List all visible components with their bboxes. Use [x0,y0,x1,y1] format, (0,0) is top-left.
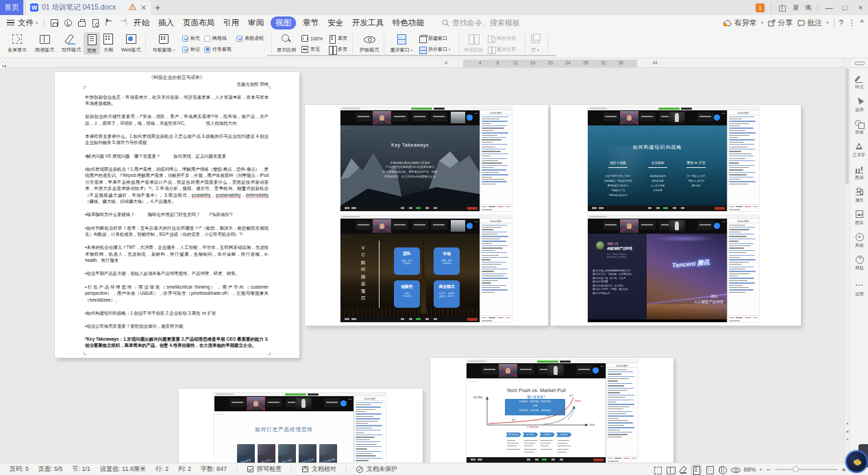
toolbar-icon[interactable] [599,207,604,209]
zoom-out-button[interactable]: − [766,465,770,474]
more-options-button[interactable]: ⋮ [848,19,856,27]
meeting-apps-button[interactable] [714,114,720,121]
toolbar-icon[interactable] [471,459,475,461]
document-page-1[interactable]: 《科技企业的创立与成长》北极光创投 邓锋中国创新创业生态：市场需求大，政策支持创… [55,72,299,358]
ribbon-button-阅读版式[interactable]: 阅读版式 [32,32,58,53]
share-screen-button[interactable] [542,459,547,461]
sidebar-item-选择[interactable]: 选择 [850,97,868,113]
embedded-screenshot-C[interactable]: ▪▪▪ ▪ ▪如何构建组织和战略创业 ≠ 创意创业不是有个好点子就行关键靠建立一… [588,107,759,211]
chat-messages[interactable] [354,401,386,463]
close-tab-icon[interactable]: ✕ [140,4,147,12]
embedded-screenshot-B[interactable]: ▪▪▪ ▪ ▪VC如何挑选项目团队经验、能力价值观市场规模、成长竞争格局创新性壁… [340,215,512,322]
ribbon-button-大纲[interactable]: 大纲 [100,32,116,53]
view-page-mode-button[interactable] [692,465,701,474]
end-meeting-button[interactable] [467,318,478,321]
status-field-2[interactable]: 页面: 5/5 [38,465,63,474]
toolbar-icon[interactable] [648,207,652,209]
user-avatar[interactable]: 夏 [793,3,799,12]
sync-warning-icon[interactable] [129,3,136,12]
stop-share-button[interactable] [308,393,319,396]
ribbon-button-多页[interactable]: 多页 [328,45,347,53]
toolbar-icon[interactable] [673,207,676,209]
embedded-screenshot-E[interactable]: ▪▪▪ ▪ ▪如何打造产品经理思维商业嗅觉用户导向用户体验排序与取舍宏观与微观兼… [214,393,386,463]
ribbon-button-重排窗口[interactable]: 重排窗口 ▾ [388,32,415,53]
zoom-level[interactable]: 68%▾ [744,466,762,473]
wps-assistant-button[interactable] [845,450,868,473]
chat-input-placeholder[interactable] [729,209,740,210]
close-window-button[interactable]: × [856,3,865,12]
ribbon-button-宏[interactable]: 宏 ▾ [528,32,543,53]
document-page-3[interactable]: ▪▪▪ ▪ ▪如何构建组织和战略创业 ≠ 创意创业不是有个好点子就行关键靠建立一… [551,105,801,326]
ribbon-button-新建窗口[interactable]: 新建窗口 [419,34,447,42]
stop-share-button[interactable] [681,108,692,110]
chat-messages[interactable] [728,223,759,315]
scrollbar-thumb[interactable] [845,68,849,184]
ribbon-button-显示比例[interactable]: 显示比例 [274,32,299,53]
eye-protection-button[interactable] [731,465,740,474]
share-screen-button[interactable] [416,207,421,209]
toolbar-icon[interactable] [478,459,482,461]
menu-tab-审阅[interactable]: 审阅 [246,16,266,29]
ribbon-toggle-网格线[interactable]: 网格线 [204,34,227,42]
zoom-slider-knob[interactable] [793,466,799,472]
sidebar-item-样式[interactable]: 样式 [850,74,868,90]
help-button[interactable]: ? [839,19,843,27]
menu-tab-章节[interactable]: 章节 [301,16,321,29]
sidebar-collapse-handle[interactable] [850,58,868,68]
view-write-mode-button[interactable] [679,465,688,474]
toolbar-icon[interactable] [351,318,356,320]
embedded-screenshot-F[interactable]: ▪▪▪ ▪ ▪Tech Push vs. Market Pull哪个更重要?5%… [467,360,638,463]
sidebar-item-风格[interactable]: 风格 [850,232,868,249]
menu-tab-开发工具[interactable]: 开发工具 [350,16,386,29]
ribbon-button-护眼模式[interactable]: 护眼模式 [357,32,382,53]
status-文档校对[interactable]: 文档校对 [301,465,336,474]
toolbar-icon[interactable] [527,459,530,461]
ribbon-button-页宽[interactable]: 页宽 [301,45,320,53]
chat-input-area[interactable] [480,315,512,322]
标记-checkbox[interactable] [182,47,188,53]
maximize-button[interactable]: □ [840,3,850,12]
toolbar-icon[interactable] [345,318,349,320]
end-meeting-button[interactable] [467,207,478,210]
toolbar-icon[interactable] [409,207,412,209]
toolbar-icon[interactable] [434,318,437,320]
menu-tab-引用[interactable]: 引用 [221,16,241,29]
chat-input-area[interactable] [728,315,759,322]
sidebar-item-帮助[interactable]: 帮助 [850,255,868,271]
hamburger-menu-icon[interactable] [7,20,14,25]
collapse-ribbon-button[interactable]: ^ [860,19,864,27]
page1-text-body[interactable]: 《科技企业的创立与成长》北极光创投 邓锋中国创新创业生态：市场需求大，政策支持创… [85,74,269,349]
sidebar-item-属性[interactable]: 属性 [850,187,868,204]
表格虚框-checkbox[interactable] [236,36,243,42]
ribbon-button-写作模式[interactable]: 写作模式 [58,32,84,53]
embedded-screenshot-A[interactable]: ▪▪▪ ▪ ▪Key Takeaways发现问题比解决问题能力更重要产品经理思维… [340,107,512,211]
任务窗格-checkbox[interactable] [204,47,210,53]
chat-messages[interactable] [480,223,512,315]
meeting-apps-button[interactable] [340,400,347,406]
chat-messages[interactable] [606,368,638,456]
ribbon-toggle-标尺[interactable]: 标尺 [182,34,200,42]
menu-tab-页面布局[interactable]: 页面布局 [181,16,216,29]
toolbar-icon[interactable] [345,207,349,209]
skin-center-icon[interactable]: 佩 [805,3,811,12]
export-pdf-button[interactable] [64,19,73,27]
chat-input-placeholder[interactable] [608,461,619,462]
menu-tab-特色功能[interactable]: 特色功能 [390,16,426,29]
chat-input-placeholder[interactable] [729,320,740,321]
menu-tab-开始[interactable]: 开始 [132,16,151,29]
command-search[interactable]: 查找命令、搜索模板 [442,15,520,30]
meeting-apps-button[interactable] [467,223,473,229]
toolbar-icon[interactable] [535,459,538,461]
ribbon-button-100%[interactable]: 100% [301,34,323,42]
ribbon-toggle-表格虚框[interactable]: 表格虚框 [236,34,264,42]
toolbar-icon[interactable] [409,318,412,320]
view-read-layout-button[interactable] [666,465,675,474]
status-field-1[interactable]: 页码: 5 [10,465,29,474]
ribbon-button-导航窗格[interactable]: 导航窗格 ▾ [150,32,177,53]
sidebar-item-设置[interactable]: 设置 [850,281,868,297]
stop-share-button[interactable] [434,108,445,110]
menu-tab-视图[interactable]: 视图 [271,16,296,29]
message-count-badge[interactable]: 1 [756,3,765,12]
file-menu[interactable]: 文件 [18,18,34,28]
share-screen-button[interactable] [663,207,668,209]
